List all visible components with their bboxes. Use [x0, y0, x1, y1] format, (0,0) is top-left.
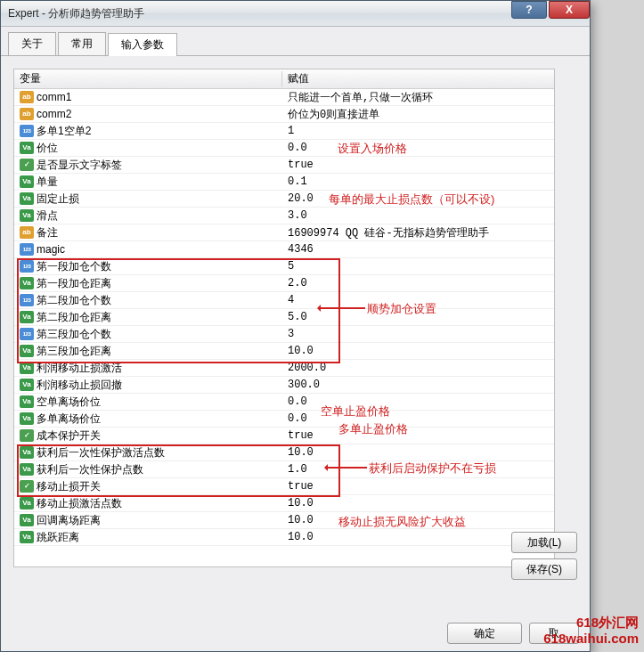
table-row[interactable]: comm1只能进一个首单,只做一次循环 [14, 89, 554, 106]
param-value[interactable]: 5 [282, 260, 554, 273]
watermark: 618外汇网 618waihui.com [543, 615, 639, 647]
param-value[interactable]: 3.0 [282, 209, 554, 222]
ab-type-icon [20, 108, 34, 120]
param-name: 第二段加仓个数 [37, 293, 282, 308]
table-row[interactable]: 空单离场价位0.0 [14, 394, 554, 411]
close-button[interactable]: X [549, 1, 590, 19]
table-row[interactable]: 跳跃距离10.0 [14, 529, 554, 546]
table-row[interactable]: 第二段加仓距离5.0 [14, 309, 554, 326]
table-row[interactable]: 回调离场距离10.0 [14, 512, 554, 529]
table-row[interactable]: 成本保护开关true [14, 428, 554, 444]
param-value[interactable]: 300.0 [282, 379, 554, 391]
header-value[interactable]: 赋值 [282, 71, 554, 86]
param-name: 空单离场价位 [37, 395, 282, 410]
param-name: 获利后一次性保护点数 [37, 462, 282, 477]
table-row[interactable]: 第二段加仓个数4 [14, 292, 554, 309]
table-row[interactable]: 移动止损开关true [14, 478, 554, 495]
va-type-icon [20, 514, 34, 526]
param-name: 跳跃距离 [37, 530, 282, 545]
table-row[interactable]: 第一段加仓个数5 [14, 258, 554, 275]
tf-type-icon [20, 429, 34, 442]
table-row[interactable]: 价位0.0 [14, 140, 554, 157]
table-row[interactable]: 多单1空单21 [14, 123, 554, 140]
dialog-window: Expert - 分析师趋势管理助手 ? X 关于 常用 输入参数 变量 赋值 … [0, 0, 591, 652]
side-buttons: 加载(L) 保存(S) [511, 532, 577, 580]
va-type-icon [20, 379, 34, 391]
table-row[interactable]: 备注16909974 QQ 硅谷-无指标趋势管理助手 [14, 224, 554, 241]
param-value[interactable]: 2000.0 [282, 362, 554, 374]
param-name: magic [37, 243, 282, 256]
table-row[interactable]: 滑点3.0 [14, 208, 554, 224]
va-type-icon [20, 446, 34, 459]
table-row[interactable]: 单量0.1 [14, 174, 554, 191]
watermark-line2: 618waihui.com [543, 631, 639, 647]
param-value[interactable]: 3 [282, 328, 554, 340]
param-value[interactable]: 10.0 [282, 497, 554, 509]
param-name: 回调离场距离 [37, 513, 282, 528]
param-value[interactable]: true [282, 480, 554, 493]
header-variable[interactable]: 变量 [14, 71, 282, 86]
content-area: 变量 赋值 comm1只能进一个首单,只做一次循环comm2价位为0则直接进单多… [1, 56, 590, 580]
ok-button[interactable]: 确定 [447, 623, 522, 644]
param-name: 第一段加仓距离 [37, 276, 282, 291]
param-value[interactable]: 4346 [282, 243, 554, 256]
window-title: Expert - 分析师趋势管理助手 [8, 6, 144, 21]
param-value[interactable]: 0.1 [282, 175, 554, 188]
param-value[interactable]: 价位为0则直接进单 [282, 107, 554, 122]
va-type-icon [20, 395, 34, 408]
ab-type-icon [20, 226, 34, 239]
param-name: 利润移动止损回撤 [37, 378, 282, 393]
table-row[interactable]: 是否显示文字标签true [14, 157, 554, 174]
table-row[interactable]: 利润移动止损激活2000.0 [14, 360, 554, 377]
table-row[interactable]: 获利后一次性保护点数1.0 [14, 461, 554, 478]
grid-header: 变量 赋值 [14, 69, 554, 89]
param-name: 成本保护开关 [37, 428, 282, 444]
param-name: 利润移动止损激活 [37, 361, 282, 376]
param-name: 固定止损 [37, 192, 282, 207]
va-type-icon [20, 192, 34, 205]
table-row[interactable]: 获利后一次性保护激活点数10.0 [14, 444, 554, 461]
param-value[interactable]: 2.0 [282, 277, 554, 289]
param-name: 获利后一次性保护激活点数 [37, 445, 282, 460]
table-row[interactable]: 第三段加仓个数3 [14, 326, 554, 343]
table-row[interactable]: 第三段加仓距离10.0 [14, 343, 554, 360]
param-value[interactable]: 0.0 [282, 395, 554, 408]
tab-common[interactable]: 常用 [58, 32, 106, 55]
param-value[interactable]: 1.0 [282, 463, 554, 476]
va-type-icon [20, 175, 34, 188]
param-value[interactable]: 16909974 QQ 硅谷-无指标趋势管理助手 [282, 225, 554, 240]
tab-bar: 关于 常用 输入参数 [1, 27, 590, 56]
param-value[interactable]: 0.0 [282, 412, 554, 425]
tab-about[interactable]: 关于 [8, 32, 56, 55]
param-value[interactable]: 只能进一个首单,只做一次循环 [282, 90, 554, 105]
param-name: 第一段加仓个数 [37, 259, 282, 274]
table-row[interactable]: 第一段加仓距离2.0 [14, 275, 554, 292]
param-value[interactable]: 5.0 [282, 311, 554, 323]
table-row[interactable]: comm2价位为0则直接进单 [14, 106, 554, 123]
watermark-line1: 618外汇网 [543, 615, 639, 631]
param-value[interactable]: 10.0 [282, 446, 554, 459]
ab-type-icon [20, 91, 34, 103]
param-name: 多单离场价位 [37, 412, 282, 427]
table-row[interactable]: 利润移动止损回撤300.0 [14, 377, 554, 394]
titlebar-buttons: ? X [511, 1, 590, 26]
tab-inputs[interactable]: 输入参数 [108, 33, 177, 56]
table-row[interactable]: 多单离场价位0.0 [14, 411, 554, 428]
param-value[interactable]: 10.0 [282, 345, 554, 357]
param-value[interactable]: 1 [282, 125, 554, 137]
param-value[interactable]: 0.0 [282, 142, 554, 154]
load-button[interactable]: 加载(L) [511, 532, 577, 553]
param-value[interactable]: 4 [282, 294, 554, 306]
titlebar: Expert - 分析师趋势管理助手 ? X [1, 1, 590, 27]
param-value[interactable]: 10.0 [282, 514, 554, 526]
table-row[interactable]: magic4346 [14, 241, 554, 258]
va-type-icon [20, 209, 34, 222]
param-value[interactable]: 20.0 [282, 192, 554, 205]
help-button[interactable]: ? [511, 1, 547, 19]
save-button[interactable]: 保存(S) [511, 558, 577, 580]
param-value[interactable]: true [282, 159, 554, 171]
table-row[interactable]: 移动止损激活点数10.0 [14, 495, 554, 512]
param-value[interactable]: true [282, 429, 554, 442]
table-row[interactable]: 固定止损20.0 [14, 191, 554, 208]
grid-body: comm1只能进一个首单,只做一次循环comm2价位为0则直接进单多单1空单21… [14, 89, 554, 546]
